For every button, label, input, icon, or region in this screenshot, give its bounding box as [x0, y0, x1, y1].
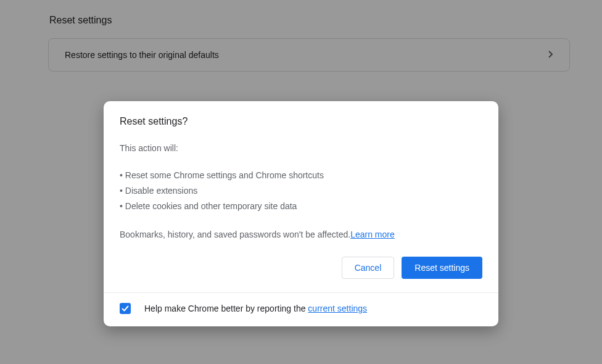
reset-settings-button[interactable]: Reset settings	[402, 257, 482, 279]
cancel-button[interactable]: Cancel	[342, 257, 395, 279]
modal-scrim: Reset settings? This action will: • Rese…	[0, 0, 602, 364]
current-settings-link[interactable]: current settings	[308, 304, 367, 313]
dialog-bullet: • Disable extensions	[120, 183, 482, 199]
reset-settings-dialog: Reset settings? This action will: • Rese…	[104, 101, 498, 326]
learn-more-link[interactable]: Learn more	[350, 230, 395, 239]
report-settings-checkbox[interactable]	[120, 303, 131, 314]
dialog-bullet-list: • Reset some Chrome settings and Chrome …	[120, 168, 482, 215]
dialog-footer: Help make Chrome better by reporting the…	[104, 292, 498, 326]
dialog-actions: Cancel Reset settings	[120, 257, 482, 279]
dialog-lead: This action will:	[120, 143, 482, 153]
dialog-bullet: • Reset some Chrome settings and Chrome …	[120, 168, 482, 183]
dialog-bullet: • Delete cookies and other temporary sit…	[120, 199, 482, 214]
dialog-note: Bookmarks, history, and saved passwords …	[120, 230, 482, 239]
settings-page: Reset settings Restore settings to their…	[0, 0, 602, 364]
report-settings-label: Help make Chrome better by reporting the…	[144, 304, 367, 313]
dialog-title: Reset settings?	[120, 116, 482, 127]
